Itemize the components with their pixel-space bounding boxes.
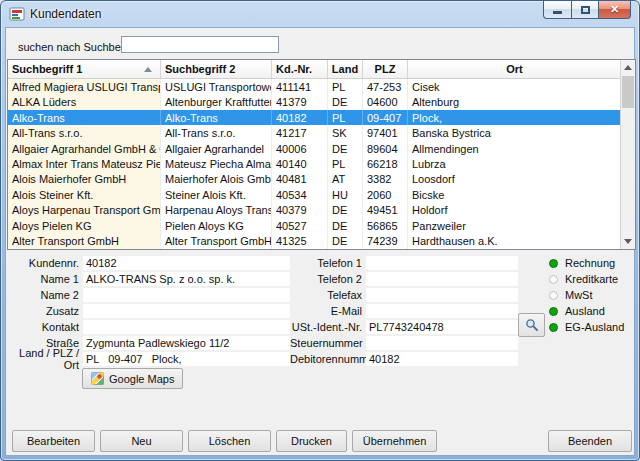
cell-plz: 04600	[363, 94, 408, 109]
form-row-zusatz: Zusatz	[8, 303, 290, 319]
label-telefax: Telefax	[290, 289, 366, 301]
table-row[interactable]: ALKA LüdersAltenburger Kraftfutterw41379…	[8, 94, 620, 109]
beenden-button[interactable]: Beenden	[548, 430, 632, 452]
cell-s1: Allgaier Agrarhandel GmbH & C	[8, 141, 161, 156]
form-row-email: E-Mail	[290, 303, 518, 319]
drucken-button[interactable]: Drucken	[276, 430, 347, 452]
column-header-s2[interactable]: Suchbegriff 2	[161, 60, 272, 78]
field-telefon1[interactable]	[366, 256, 518, 270]
window-title: Kundendaten	[30, 7, 101, 21]
indicator-row-eg-ausland: EG-Ausland	[549, 319, 624, 335]
vertical-scrollbar[interactable]	[620, 60, 635, 249]
field-land-plz-ort[interactable]: PL 09-407 Plock,	[83, 352, 290, 366]
cell-s1: Alko-Trans	[8, 110, 161, 125]
column-header-land[interactable]: Land	[328, 60, 363, 78]
cell-plz: 66218	[363, 156, 408, 171]
table-row[interactable]: Allgaier Agrarhandel GmbH & CAllgaier Ag…	[8, 141, 620, 156]
uebernehmen-button[interactable]: Übernehmen	[352, 430, 437, 452]
cell-ort: Holdorf	[408, 203, 622, 218]
sort-ascending-icon	[144, 67, 152, 72]
cell-plz: 89604	[363, 141, 408, 156]
cell-s1: Aloys Pielen KG	[8, 218, 161, 233]
table-row[interactable]: Alter Transport GmbHAlter Transport GmbH…	[8, 234, 620, 249]
title-bar[interactable]: Kundendaten ✕	[1, 1, 639, 27]
table-row[interactable]: Alfred Magiera USLUGI TransporUSLUGI Tra…	[8, 79, 620, 94]
scrollbar-up-button[interactable]	[621, 60, 635, 75]
close-button[interactable]: ✕	[598, 1, 631, 19]
eg-ausland-label: EG-Ausland	[565, 321, 624, 333]
field-name1[interactable]: ALKO-TRANS Sp. z o.o. sp. k.	[83, 272, 290, 286]
cell-plz: 49451	[363, 203, 408, 218]
scrollbar-thumb[interactable]	[622, 76, 634, 108]
mwst-radio-indicator[interactable]	[549, 291, 558, 300]
cell-plz: 09-407	[363, 110, 408, 125]
table-row[interactable]: Aloys Pielen KGPielen Aloys KG40527DE568…	[8, 218, 620, 233]
form-row-name1: Name 1ALKO-TRANS Sp. z o.o. sp. k.	[8, 271, 290, 287]
field-debitorennummer[interactable]: 40182	[366, 352, 518, 366]
label-telefon1: Telefon 1	[290, 257, 366, 269]
field-strasse[interactable]: Zygmunta Padlewskiego 11/2	[83, 336, 290, 350]
loeschen-button[interactable]: Löschen	[188, 430, 271, 452]
label-zusatz: Zusatz	[8, 305, 83, 317]
eg-ausland-radio-indicator[interactable]	[549, 323, 558, 332]
label-name2: Name 2	[8, 289, 83, 301]
cell-kdnr: 40527	[272, 218, 328, 233]
label-name1: Name 1	[8, 273, 83, 285]
field-name2[interactable]	[83, 288, 290, 302]
field-telefon2[interactable]	[366, 272, 518, 286]
minimize-button[interactable]	[543, 1, 571, 19]
cell-s1: All-Trans s.r.o.	[8, 125, 161, 140]
kreditkarte-radio-indicator[interactable]	[549, 275, 558, 284]
field-ust-ident-nr[interactable]: PL7743240478	[366, 320, 518, 334]
column-header-label: Ort	[506, 63, 523, 75]
cell-kdnr: 40006	[272, 141, 328, 156]
label-steuernummer: Steuernummer	[290, 337, 366, 349]
cell-s1: Alois Maierhofer GmbH	[8, 172, 161, 187]
scroll-up-icon	[624, 65, 632, 70]
bearbeiten-button[interactable]: Bearbeiten	[12, 430, 95, 452]
table-row[interactable]: Alois Maierhofer GmbHMaierhofer Alois Gm…	[8, 172, 620, 187]
neu-button[interactable]: Neu	[100, 430, 183, 452]
indicator-row-rechnung: Rechnung	[549, 255, 624, 271]
cell-s1: Aloys Harpenau Transport GmbH	[8, 203, 161, 218]
cell-s1: Alois Steiner Kft.	[8, 187, 161, 202]
column-header-plz[interactable]: PLZ	[363, 60, 408, 78]
ausland-radio-indicator[interactable]	[549, 307, 558, 316]
column-header-label: Land	[332, 63, 358, 75]
column-header-kdnr[interactable]: Kd.-Nr.	[272, 60, 328, 78]
scrollbar-down-button[interactable]	[621, 234, 635, 249]
column-header-ort[interactable]: Ort	[408, 60, 622, 78]
cell-land: DE	[328, 94, 363, 109]
field-zusatz[interactable]	[83, 304, 290, 318]
rechnung-radio-indicator[interactable]	[549, 259, 558, 268]
field-steuernummer[interactable]	[366, 336, 518, 350]
field-telefax[interactable]	[366, 288, 518, 302]
table-row[interactable]: Aloys Harpenau Transport GmbHHarpenau Al…	[8, 203, 620, 218]
search-input[interactable]	[121, 36, 279, 53]
google-maps-button[interactable]: Google Maps	[82, 368, 183, 389]
label-debitorennummer: Debitorennummer	[290, 353, 366, 365]
cell-ort: Banska Bystrica	[408, 125, 622, 140]
column-header-s1[interactable]: Suchbegriff 1	[8, 60, 161, 78]
maximize-icon	[581, 6, 590, 14]
indicator-group: RechnungKreditkarteMwStAuslandEG-Ausland	[549, 255, 624, 335]
label-kundennr: Kundennr.	[8, 257, 83, 269]
maximize-button[interactable]	[571, 1, 598, 19]
table-row[interactable]: Alko-TransAlko-Trans40182PL09-407Plock,	[8, 110, 620, 125]
table-row[interactable]: Alois Steiner Kft.Steiner Alois Kft.4053…	[8, 187, 620, 202]
window-controls: ✕	[543, 1, 631, 19]
cell-s1: Alfred Magiera USLUGI Transpor	[8, 79, 161, 94]
vat-lookup-button[interactable]	[518, 313, 545, 337]
table-row[interactable]: Almax Inter Trans Mateusz PiecMateusz Pi…	[8, 156, 620, 171]
field-kundennr[interactable]: 40182	[83, 256, 290, 270]
table-body: Alfred Magiera USLUGI TransporUSLUGI Tra…	[8, 79, 620, 249]
table-header: Suchbegriff 1Suchbegriff 2Kd.-Nr.LandPLZ…	[8, 60, 620, 79]
table-row[interactable]: All-Trans s.r.o.All-Trans s.r.o.41217SK9…	[8, 125, 620, 140]
field-email[interactable]	[366, 304, 518, 318]
cell-plz: 74239	[363, 234, 408, 249]
cell-land: SK	[328, 125, 363, 140]
field-kontakt[interactable]	[83, 320, 290, 334]
label-ust-ident-nr: USt.-Ident.-Nr.	[290, 321, 366, 333]
label-kontakt: Kontakt	[8, 321, 83, 333]
google-maps-label: Google Maps	[109, 373, 174, 385]
